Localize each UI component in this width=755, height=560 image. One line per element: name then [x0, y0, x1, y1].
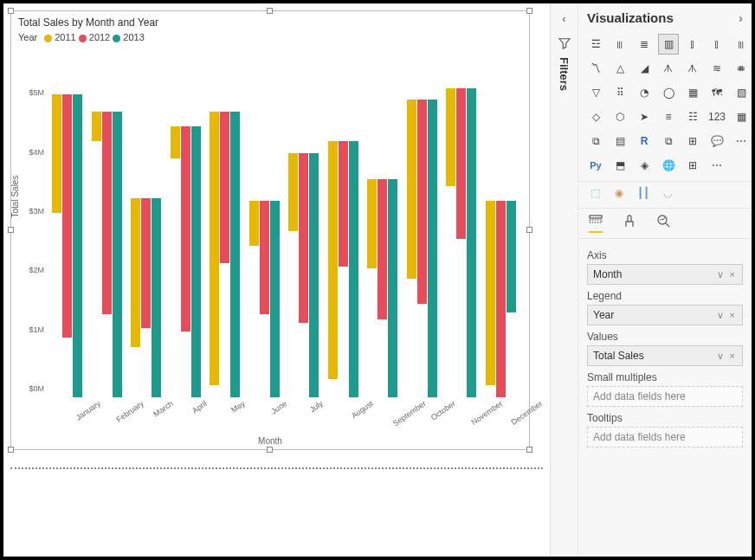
kpi-icon[interactable]: 123 [707, 106, 727, 127]
clustered-column-icon[interactable]: ▥ [658, 34, 679, 55]
distribution-icon[interactable]: ◡ [658, 183, 677, 203]
100-bar-icon[interactable]: ⫼ [731, 34, 752, 55]
area-chart-icon[interactable]: △ [610, 58, 630, 79]
powerapps-icon[interactable]: 🌐 [658, 155, 679, 176]
bar[interactable] [113, 112, 122, 397]
bar[interactable] [417, 100, 427, 304]
legend-item: 2012 [79, 32, 113, 42]
qa-icon[interactable]: ⊞ [682, 131, 703, 151]
bar[interactable] [309, 153, 319, 397]
smart-narrative-icon[interactable]: ⋯ [731, 131, 752, 151]
slicer-icon[interactable]: ▦ [731, 106, 752, 127]
table-icon[interactable]: ⧉ [585, 131, 606, 151]
stacked-column-icon[interactable]: ⫿ [682, 34, 703, 55]
values-well[interactable]: Total Sales∨ × [587, 345, 743, 366]
chart-visual[interactable]: Total Sales by Month and Year Year 2011 … [10, 10, 530, 450]
ai-visual-icon[interactable]: ⬚ [585, 183, 604, 203]
line-chart-icon[interactable]: 〽 [585, 58, 606, 79]
legend-well-actions[interactable]: ∨ × [717, 310, 737, 321]
bar[interactable] [407, 100, 416, 278]
bar[interactable] [92, 112, 101, 141]
arcgis-icon[interactable]: ◈ [634, 155, 655, 176]
bar[interactable] [496, 201, 506, 397]
bar[interactable] [249, 201, 259, 246]
bar[interactable] [171, 126, 180, 158]
bar[interactable] [73, 94, 82, 398]
small-multiples-well[interactable]: Add data fields here [587, 386, 743, 407]
bar[interactable] [428, 100, 437, 397]
bar[interactable] [288, 153, 298, 230]
donut-icon[interactable]: ◯ [658, 82, 679, 103]
paginated-icon[interactable]: ⬒ [610, 155, 630, 176]
stacked-bar-100-icon[interactable]: ≣ [634, 34, 655, 55]
bar[interactable] [270, 201, 280, 397]
expand-filters-icon[interactable]: ‹ [551, 12, 578, 25]
bar[interactable] [299, 153, 308, 323]
shape-map-icon[interactable]: ◇ [585, 106, 606, 127]
filters-panel-collapsed[interactable]: ‹ Filters [551, 3, 578, 557]
funnel-icon[interactable]: ▽ [585, 82, 606, 103]
y-tick: $2M [29, 266, 44, 274]
fields-tab[interactable] [589, 214, 603, 233]
matrix-icon[interactable]: ▤ [610, 131, 630, 151]
tooltips-well[interactable]: Add data fields here [587, 427, 743, 447]
filled-map-icon[interactable]: ▧ [731, 82, 752, 103]
bar[interactable] [446, 88, 455, 186]
r-visual-icon[interactable]: R [634, 131, 655, 151]
stacked-area-icon[interactable]: ◢ [634, 58, 655, 79]
azure-map-icon[interactable]: ➤ [634, 106, 655, 127]
bar[interactable] [230, 112, 240, 397]
more-visuals-icon[interactable]: ⋯ [707, 155, 727, 176]
automate-icon[interactable]: ⊞ [682, 155, 703, 176]
group-icon[interactable]: ┃┃ [634, 183, 653, 203]
bar[interactable] [486, 201, 495, 385]
treemap-icon[interactable]: ▦ [682, 82, 703, 103]
py-visual-icon[interactable]: Py [585, 155, 606, 176]
pie-icon[interactable]: ◔ [634, 82, 655, 103]
multi-card-icon[interactable]: ☷ [682, 106, 703, 127]
gauge-icon[interactable]: ⬡ [610, 106, 630, 127]
bar[interactable] [52, 94, 61, 213]
bar[interactable] [260, 201, 269, 314]
bar[interactable] [467, 88, 476, 397]
bar[interactable] [102, 112, 112, 314]
bar-group [92, 112, 122, 397]
x-tick: April [190, 399, 208, 415]
bar[interactable] [62, 94, 72, 338]
legend-well[interactable]: Year∨ × [587, 305, 743, 325]
bar[interactable] [152, 198, 161, 397]
decomp-tree-icon[interactable]: ⧉ [658, 131, 679, 151]
format-tab[interactable] [623, 214, 636, 233]
bar[interactable] [131, 198, 140, 347]
bar[interactable] [388, 179, 397, 397]
bar[interactable] [181, 126, 190, 331]
key-influencers-icon[interactable]: 💬 [707, 131, 727, 151]
card-icon[interactable]: ≡ [658, 106, 679, 127]
map-icon[interactable]: 🗺 [707, 82, 727, 103]
bar[interactable] [456, 88, 466, 239]
bar[interactable] [328, 141, 338, 379]
bar[interactable] [339, 141, 348, 266]
line-stacked-icon[interactable]: ⩚ [682, 58, 703, 79]
bar[interactable] [349, 141, 358, 397]
collapse-visualizations-icon[interactable]: › [739, 10, 743, 25]
bar[interactable] [191, 126, 201, 397]
bar[interactable] [367, 179, 377, 268]
waterfall-icon[interactable]: ⩩ [731, 58, 752, 79]
scatter-icon[interactable]: ⠿ [610, 82, 630, 103]
bar[interactable] [220, 112, 229, 263]
bar[interactable] [210, 112, 219, 385]
line-clustered-icon[interactable]: ⩚ [658, 58, 679, 79]
bar[interactable] [378, 179, 387, 319]
key-drivers-icon[interactable]: ◉ [610, 183, 629, 203]
bar[interactable] [507, 201, 516, 312]
clustered-bar-icon[interactable]: ⫼ [610, 34, 630, 55]
bar[interactable] [141, 198, 151, 328]
stacked-column-100-icon[interactable]: ⫿ [707, 34, 727, 55]
axis-well-actions[interactable]: ∨ × [717, 269, 737, 280]
ribbon-chart-icon[interactable]: ≋ [707, 58, 727, 79]
values-well-actions[interactable]: ∨ × [717, 351, 737, 362]
stacked-bar-icon[interactable]: ☲ [585, 34, 606, 55]
analytics-tab[interactable] [656, 214, 670, 233]
axis-well[interactable]: Month∨ × [587, 264, 743, 285]
